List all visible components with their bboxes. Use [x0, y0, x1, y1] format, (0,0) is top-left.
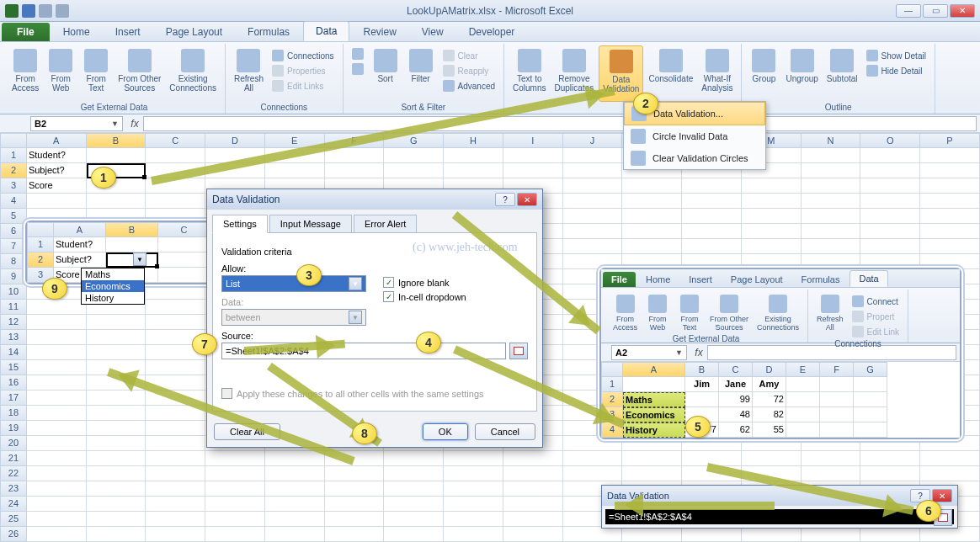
- cell[interactable]: [444, 148, 503, 163]
- cell[interactable]: [384, 497, 444, 512]
- tab-data[interactable]: Data: [303, 21, 349, 41]
- col-header[interactable]: G: [854, 362, 887, 377]
- cell[interactable]: [860, 239, 920, 254]
- cell[interactable]: [27, 300, 87, 315]
- cell[interactable]: Subject?: [27, 163, 87, 178]
- cell[interactable]: [622, 451, 682, 466]
- cell[interactable]: [682, 527, 742, 542]
- cell[interactable]: [444, 163, 503, 178]
- cell[interactable]: [87, 421, 146, 436]
- cell[interactable]: Student?: [54, 237, 106, 252]
- cell[interactable]: [563, 148, 623, 163]
- hide-detail-button[interactable]: Hide Detail: [863, 64, 929, 77]
- cell[interactable]: [444, 466, 503, 481]
- text-to-columns-button[interactable]: Text to Columns: [509, 45, 549, 102]
- cell[interactable]: [384, 163, 444, 178]
- filter-button[interactable]: Filter: [404, 45, 438, 102]
- tab-file[interactable]: File: [603, 272, 636, 287]
- col-header[interactable]: D: [753, 362, 786, 377]
- tab-insert[interactable]: Insert: [680, 272, 721, 287]
- cell[interactable]: [802, 451, 861, 466]
- sort-button[interactable]: Sort: [369, 45, 402, 102]
- redo-icon[interactable]: [56, 4, 69, 18]
- from-other-button[interactable]: From Other Sources: [706, 291, 752, 333]
- row-header[interactable]: 12: [0, 315, 27, 330]
- cell[interactable]: [920, 178, 980, 194]
- cell[interactable]: [563, 224, 623, 239]
- allow-combo[interactable]: List▼: [221, 275, 366, 292]
- cell[interactable]: [27, 345, 87, 360]
- cell[interactable]: [920, 209, 980, 224]
- cell[interactable]: [920, 239, 980, 254]
- cell[interactable]: [87, 436, 146, 451]
- cell[interactable]: [146, 481, 205, 497]
- save-icon[interactable]: [22, 4, 35, 18]
- cell[interactable]: [146, 284, 205, 300]
- cell[interactable]: [444, 527, 503, 542]
- cell[interactable]: [27, 375, 87, 391]
- cell[interactable]: [325, 527, 385, 542]
- restore-button[interactable]: ▭: [923, 4, 948, 18]
- cell[interactable]: [563, 527, 623, 542]
- row-header[interactable]: 13: [0, 330, 27, 345]
- cell[interactable]: [920, 224, 980, 239]
- cell[interactable]: [682, 224, 742, 239]
- cell[interactable]: [158, 252, 210, 268]
- cell[interactable]: [146, 194, 205, 209]
- tab-error-alert[interactable]: Error Alert: [354, 215, 418, 233]
- cell[interactable]: [146, 436, 205, 451]
- cell[interactable]: [860, 178, 920, 194]
- cell[interactable]: [622, 178, 682, 194]
- name-box[interactable]: B2▼: [30, 116, 123, 131]
- cell[interactable]: [87, 315, 146, 330]
- cell[interactable]: [563, 178, 623, 194]
- range-picker-button[interactable]: [509, 343, 528, 359]
- col-header[interactable]: I: [503, 133, 563, 148]
- formula-input[interactable]: [707, 345, 956, 360]
- col-header[interactable]: C: [719, 362, 753, 377]
- cell[interactable]: [802, 209, 861, 224]
- dropdown-option[interactable]: Economics: [82, 280, 144, 292]
- row-header[interactable]: 20: [0, 436, 27, 451]
- cell[interactable]: [87, 330, 146, 345]
- row-header[interactable]: 15: [0, 360, 27, 375]
- col-header[interactable]: N: [802, 133, 861, 148]
- menu-circle-invalid[interactable]: Circle Invalid Data: [624, 125, 765, 147]
- cell[interactable]: [444, 497, 503, 512]
- cell[interactable]: [920, 163, 980, 178]
- col-header[interactable]: A: [54, 222, 106, 237]
- advanced-filter-button[interactable]: Advanced: [439, 79, 498, 93]
- row-header[interactable]: 9: [0, 269, 27, 284]
- cell[interactable]: [87, 497, 146, 512]
- col-header[interactable]: A: [27, 133, 87, 148]
- cell[interactable]: [563, 209, 623, 224]
- cell[interactable]: [325, 466, 385, 481]
- cell[interactable]: [27, 527, 87, 542]
- cell[interactable]: [146, 527, 205, 542]
- cell[interactable]: [563, 451, 623, 466]
- existing-conn-button[interactable]: Existing Connections: [754, 291, 802, 333]
- cell[interactable]: [384, 148, 444, 163]
- cell[interactable]: [87, 481, 146, 497]
- close-button[interactable]: ✕: [950, 4, 975, 18]
- col-header[interactable]: C: [146, 133, 205, 148]
- cell[interactable]: [265, 451, 325, 466]
- cell[interactable]: [27, 315, 87, 330]
- cell[interactable]: [802, 466, 861, 481]
- cell[interactable]: [87, 391, 146, 406]
- cell[interactable]: [563, 466, 623, 481]
- cell[interactable]: [742, 239, 802, 254]
- row-header[interactable]: 23: [0, 481, 27, 497]
- close-button[interactable]: ✕: [517, 193, 537, 206]
- cell[interactable]: [920, 148, 980, 163]
- cell[interactable]: [563, 239, 623, 254]
- cell-dropdown-list[interactable]: Maths Economics History: [81, 268, 145, 305]
- cell[interactable]: [384, 481, 444, 497]
- from-access-button[interactable]: From Access: [8, 45, 42, 102]
- cell[interactable]: [802, 239, 861, 254]
- refresh-button[interactable]: Refresh All: [813, 291, 847, 338]
- subtotal-button[interactable]: Subtotal: [823, 45, 861, 102]
- what-if-button[interactable]: What-If Analysis: [698, 45, 736, 102]
- cell[interactable]: [27, 497, 87, 512]
- fx-button[interactable]: fx: [126, 118, 143, 130]
